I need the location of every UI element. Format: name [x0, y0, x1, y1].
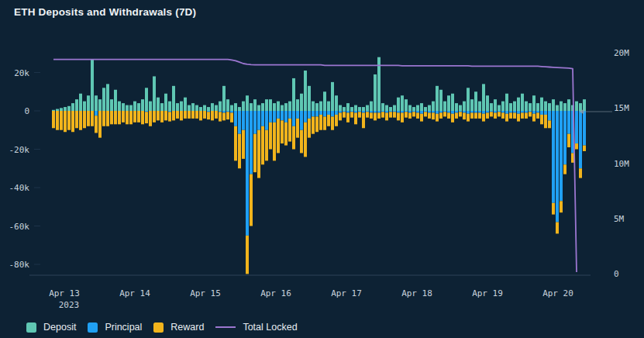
- reward-bar[interactable]: [157, 111, 160, 120]
- reward-bar[interactable]: [455, 112, 458, 118]
- reward-bar[interactable]: [331, 116, 334, 129]
- deposit-bar[interactable]: [102, 88, 105, 111]
- principal-bar[interactable]: [335, 111, 338, 115]
- principal-bar[interactable]: [230, 111, 233, 112]
- deposit-bar[interactable]: [428, 105, 431, 111]
- legend-item-total-locked[interactable]: Total Locked: [215, 322, 297, 333]
- reward-bar[interactable]: [64, 111, 67, 132]
- deposit-bar[interactable]: [114, 90, 117, 111]
- reward-bar[interactable]: [486, 112, 489, 118]
- deposit-bar[interactable]: [79, 94, 82, 111]
- reward-bar[interactable]: [222, 112, 226, 120]
- reward-bar[interactable]: [498, 112, 501, 116]
- deposit-bar[interactable]: [91, 59, 94, 111]
- principal-bar[interactable]: [579, 111, 582, 168]
- principal-bar[interactable]: [529, 111, 532, 112]
- reward-bar[interactable]: [288, 119, 291, 142]
- principal-bar[interactable]: [412, 111, 415, 112]
- principal-bar[interactable]: [300, 111, 303, 130]
- principal-bar[interactable]: [474, 111, 477, 112]
- reward-bar[interactable]: [83, 111, 86, 128]
- principal-bar[interactable]: [560, 111, 563, 201]
- deposit-bar[interactable]: [122, 103, 125, 111]
- deposit-bar[interactable]: [563, 103, 567, 111]
- reward-bar[interactable]: [195, 111, 198, 119]
- deposit-bar[interactable]: [211, 103, 214, 111]
- reward-bar[interactable]: [432, 112, 435, 119]
- chart-canvas[interactable]: 20k0-20k-40k-60k-80k20M15M10M5M0Apr 1320…: [0, 0, 644, 338]
- deposit-bar[interactable]: [265, 99, 268, 111]
- deposit-bar[interactable]: [513, 102, 516, 111]
- principal-bar[interactable]: [288, 111, 291, 119]
- deposit-bar[interactable]: [490, 103, 493, 111]
- reward-bar[interactable]: [168, 112, 171, 121]
- principal-bar[interactable]: [312, 111, 315, 116]
- principal-bar[interactable]: [381, 111, 384, 112]
- principal-bar[interactable]: [343, 111, 346, 112]
- deposit-bar[interactable]: [370, 102, 373, 111]
- reward-bar[interactable]: [265, 130, 268, 161]
- deposit-bar[interactable]: [137, 103, 140, 111]
- reward-bar[interactable]: [552, 203, 555, 215]
- reward-bar[interactable]: [315, 116, 319, 132]
- deposit-bar[interactable]: [191, 103, 195, 111]
- reward-bar[interactable]: [296, 119, 299, 138]
- principal-bar[interactable]: [366, 111, 369, 112]
- reward-bar[interactable]: [188, 111, 191, 119]
- reward-bar[interactable]: [513, 112, 516, 118]
- deposit-bar[interactable]: [343, 107, 346, 111]
- deposit-bar[interactable]: [133, 102, 136, 111]
- deposit-bar[interactable]: [149, 102, 152, 111]
- principal-bar[interactable]: [532, 111, 536, 114]
- reward-bar[interactable]: [191, 111, 195, 119]
- principal-bar[interactable]: [95, 111, 98, 116]
- deposit-bar[interactable]: [443, 102, 446, 111]
- deposit-bar[interactable]: [447, 95, 450, 111]
- reward-bar[interactable]: [261, 126, 264, 165]
- deposit-bar[interactable]: [269, 99, 272, 111]
- deposit-bar[interactable]: [521, 94, 524, 111]
- reward-bar[interactable]: [304, 122, 307, 157]
- reward-bar[interactable]: [521, 112, 524, 118]
- deposit-bar[interactable]: [188, 105, 191, 111]
- deposit-bar[interactable]: [346, 103, 350, 111]
- deposit-bar[interactable]: [219, 102, 222, 111]
- reward-bar[interactable]: [501, 112, 505, 118]
- reward-bar[interactable]: [319, 115, 322, 130]
- deposit-bar[interactable]: [308, 86, 311, 111]
- deposit-bar[interactable]: [215, 105, 218, 111]
- deposit-bar[interactable]: [242, 102, 245, 111]
- principal-bar[interactable]: [393, 111, 396, 112]
- reward-bar[interactable]: [343, 112, 346, 117]
- reward-bar[interactable]: [79, 111, 82, 130]
- principal-bar[interactable]: [556, 111, 559, 222]
- principal-bar[interactable]: [459, 111, 462, 112]
- principal-bar[interactable]: [544, 111, 547, 115]
- reward-bar[interactable]: [509, 112, 512, 118]
- deposit-bar[interactable]: [560, 102, 563, 111]
- deposit-bar[interactable]: [509, 103, 512, 111]
- deposit-bar[interactable]: [451, 94, 454, 111]
- principal-bar[interactable]: [273, 111, 276, 122]
- deposit-bar[interactable]: [486, 95, 489, 111]
- reward-bar[interactable]: [75, 111, 78, 128]
- deposit-bar[interactable]: [331, 82, 334, 111]
- deposit-bar[interactable]: [467, 88, 470, 111]
- deposit-bar[interactable]: [536, 103, 539, 111]
- deposit-bar[interactable]: [385, 105, 388, 111]
- reward-bar[interactable]: [153, 111, 156, 122]
- reward-bar[interactable]: [203, 111, 206, 119]
- principal-bar[interactable]: [253, 111, 257, 134]
- deposit-bar[interactable]: [199, 107, 202, 111]
- deposit-bar[interactable]: [52, 110, 55, 111]
- reward-bar[interactable]: [129, 111, 133, 124]
- reward-bar[interactable]: [308, 119, 311, 138]
- deposit-bar[interactable]: [226, 99, 229, 111]
- principal-bar[interactable]: [315, 111, 319, 116]
- principal-bar[interactable]: [246, 111, 249, 236]
- principal-bar[interactable]: [424, 111, 427, 112]
- reward-bar[interactable]: [482, 114, 485, 122]
- principal-bar[interactable]: [319, 111, 322, 115]
- reward-bar[interactable]: [199, 111, 202, 120]
- reward-bar[interactable]: [494, 112, 497, 118]
